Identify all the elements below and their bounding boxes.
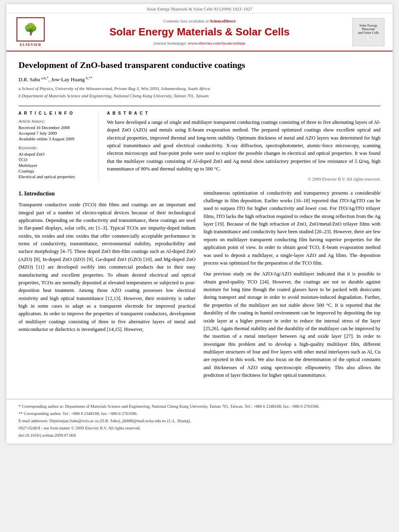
abstract-panel: A B S T R A C T We have developed a rang… [107,111,380,181]
footnote-doi: doi:10.1016/j.solmat.2009.07.004 [19,432,380,438]
section1-para3: Our previous study on the AZO/Ag/AZO mul… [204,270,380,379]
available-date: Available online 3 August 2009 [19,136,93,141]
article-content: Development of ZnO-based transparent con… [6,51,393,395]
keyword-5: Electrical and optical properties [19,174,93,179]
footnote-star: * Corresponding author at: Department of… [19,403,380,409]
sciencedirect-link[interactable]: ScienceDirect [210,18,236,23]
body-columns: 1. Introduction Transparent conductive o… [19,189,380,383]
keyword-2: TCO [19,157,93,162]
affil-b-text: b Department of Materials Science and En… [19,92,209,99]
authors-line: D.R. Sahu a,b,*, Jow-Lay Huang b,** [19,76,380,83]
copyright-line: © 2009 Elsevier B.V. All rights reserved… [107,177,380,181]
abstract-text: We have developed a range of single and … [107,119,380,173]
elsevier-label: ELSEVIER [20,43,41,47]
footnote-double-star: ** Corresponding author. Tel.: +886 6 23… [19,411,380,417]
keyword-1: Al-doped ZnO [19,152,93,156]
journal-thumbnail: Solar Energy Materials and Solar Cells 📄 [352,18,385,46]
footnote-section: * Corresponding author at: Department of… [6,403,393,439]
elsevier-logo: 🌳 ELSEVIER [14,17,47,47]
article-title: Development of ZnO-based transparent con… [19,60,380,71]
accepted-date: Accepted 7 July 2009 [19,131,93,136]
received-date: Received 16 December 2008 [19,125,93,130]
affil-a-text: a School of Physics, University of the W… [19,85,210,92]
article-info-title: A R T I C L E I N F O [19,111,93,115]
keywords-label: Keywords: [19,145,93,150]
section1-heading: 1. Introduction [19,189,195,198]
elsevier-tree-icon: 🌳 [24,24,38,35]
sciencedirect-line: Contents lists available at ScienceDirec… [47,18,352,23]
article-info-panel: A R T I C L E I N F O Article history: R… [19,111,99,181]
contents-text: Contents lists available at [163,18,209,23]
journal-homepage-line: journal homepage: www.elsevier.com/locat… [47,41,352,45]
section1-number: 1. [19,191,23,197]
section1-para2: simultaneous optimization of conductivit… [204,189,380,267]
keyword-4: Coatings [19,168,93,173]
journal-citation-bar: Solar Energy Materials & Solar Cells 93 … [6,4,393,13]
journal-title-block: Contents lists available at ScienceDirec… [47,18,352,45]
affiliations: a School of Physics, University of the W… [19,85,380,99]
abstract-title: A B S T R A C T [107,111,380,115]
journal-header: 🌳 ELSEVIER Contents lists available at S… [6,13,393,51]
footnote-email: E-mail addresses: Diptiranjan.Sahu@wits.… [19,418,380,424]
homepage-url[interactable]: www.elsevier.com/locate/solmat [188,41,245,45]
journal-name: Solar Energy Materials & Solar Cells [47,26,352,38]
body-column-right: simultaneous optimization of conductivit… [204,189,380,383]
section1-label: Introduction [24,191,55,197]
body-column-left: 1. Introduction Transparent conductive o… [19,189,195,383]
section1-para1: Transparent conductive oxide (TCO) thin … [19,201,195,333]
keyword-3: Multilayer [19,163,93,168]
elsevier-logo-box: 🌳 [16,17,45,41]
info-abstract-row: A R T I C L E I N F O Article history: R… [19,106,380,181]
homepage-label: journal homepage: [154,41,187,45]
history-label: Article history: [19,119,93,123]
footnote-divider [6,399,393,399]
footnote-issn: 0927-0248/$ - see front matter © 2009 El… [19,425,380,431]
journal-citation-text: Solar Energy Materials & Solar Cells 93 … [147,6,253,11]
